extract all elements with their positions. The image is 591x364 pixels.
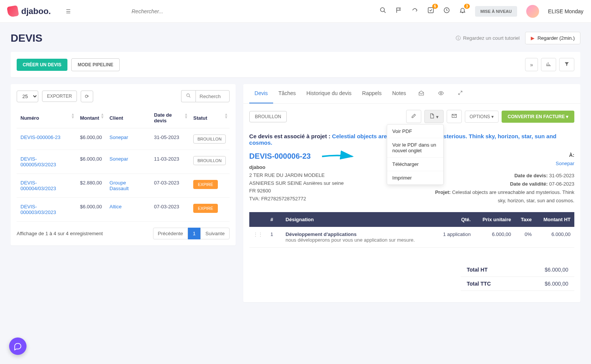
upgrade-button[interactable]: MISE À NIVEAU [475, 6, 517, 17]
expand-icon[interactable] [451, 84, 470, 103]
menu-toggle-icon[interactable]: ☰ [66, 8, 71, 14]
table-row[interactable]: DEVIS-000006-23 $6.000,00 Sonepar 31-05-… [17, 128, 230, 150]
col-num[interactable]: Numéro▲▼ [17, 108, 76, 128]
dropdown-download[interactable]: Télécharger [387, 158, 443, 171]
dropdown-view-pdf[interactable]: Voir PDF [387, 125, 443, 138]
topbar: djaboo. ☰ 6 3 MISE À NIVEAU ELISE Monday [0, 0, 591, 23]
svg-point-6 [440, 92, 442, 94]
quote-link[interactable]: DEVIS-000006-23 [20, 134, 61, 140]
prev-page-button[interactable]: Précédente [153, 228, 188, 239]
export-button[interactable]: EXPORTER [42, 91, 77, 102]
draft-chip: BROUILLON [249, 111, 287, 122]
avatar[interactable] [526, 5, 539, 18]
client-link[interactable]: Groupe Dassault [109, 180, 129, 191]
filter-icon[interactable] [559, 58, 574, 71]
pdf-dropdown: Voir PDF Voir le PDF dans un nouvel ongl… [387, 124, 444, 185]
tab-rappels[interactable]: Rappels [357, 84, 387, 103]
list-search-input[interactable] [195, 90, 230, 102]
logo-text: djaboo [21, 6, 48, 16]
item-desc: nous développerons pour vous une applica… [286, 237, 415, 243]
top-icons: 6 3 MISE À NIVEAU ELISE Monday [380, 5, 583, 18]
username: ELISE Monday [548, 8, 583, 14]
line-item-row[interactable]: ⋮⋮ 1 Développement d'applications nous d… [249, 227, 574, 248]
detail-tabs: Devis Tâches Historique du devis Rappels… [243, 84, 580, 104]
tasks-badge: 6 [432, 4, 438, 9]
totals-block: Total HT$6.000,00 Total TTC$6.000,00 [461, 263, 574, 291]
page-title: DEVIS [11, 32, 42, 44]
quote-list-panel: 25 EXPORTER ⟳ Numéro▲▼ Montant▲▼ Client … [11, 84, 236, 245]
table-row[interactable]: DEVIS-000003/03/2023 $6.000,00 Altice 07… [17, 198, 230, 222]
page-1-button[interactable]: 1 [188, 228, 200, 239]
dropdown-view-newtab[interactable]: Voir le PDF dans un nouvel onglet [387, 138, 443, 158]
page-size-select[interactable]: 25 [17, 91, 38, 102]
svg-line-1 [384, 11, 386, 13]
logo[interactable]: djaboo. [8, 6, 51, 17]
page-header: DEVIS ⓘ Regardez un court tutoriel ▶Rega… [11, 32, 580, 44]
envelope-open-icon[interactable] [411, 84, 431, 103]
client-link[interactable]: Sonepar [556, 161, 574, 166]
actions-bar: CRÉER UN DEVIS MODE PIPELINE » [11, 52, 580, 77]
flag-icon[interactable] [396, 7, 402, 16]
collapse-icon[interactable]: » [525, 58, 538, 71]
tab-historique[interactable]: Historique du devis [301, 84, 357, 103]
pdf-dropdown-button[interactable]: ▾ [424, 110, 444, 123]
svg-point-0 [380, 8, 385, 12]
col-status[interactable]: Statut▲▼ [189, 108, 230, 128]
share-icon[interactable] [411, 7, 418, 16]
quote-link[interactable]: DEVIS-000004/03/2023 [20, 180, 56, 191]
line-items-table: # Désignation Qté. Prix unitaire Taxe Mo… [249, 212, 574, 248]
notif-badge: 3 [464, 4, 470, 9]
quote-meta: À: Sonepar Date de devis: 31-05-2023 Dat… [430, 151, 574, 205]
status-badge: EXPIRÉ [193, 180, 217, 189]
list-search-icon[interactable] [181, 90, 195, 102]
tasks-icon[interactable]: 6 [427, 7, 434, 16]
col-amount[interactable]: Montant▲▼ [76, 108, 106, 128]
status-badge: BROUILLON [193, 134, 226, 144]
play-icon: ▶ [531, 35, 535, 41]
bell-icon[interactable]: 3 [459, 7, 466, 16]
drag-handle-icon[interactable]: ⋮⋮ [253, 231, 263, 237]
eye-icon[interactable] [431, 84, 451, 103]
pagination: Précédente 1 Suivante [153, 228, 230, 239]
tab-notes[interactable]: Notes [387, 84, 411, 103]
global-search [131, 8, 283, 14]
quote-link[interactable]: DEVIS-000005/03/2023 [20, 156, 56, 167]
status-badge: EXPIRÉ [193, 204, 217, 213]
options-button[interactable]: OPTIONS ▾ [465, 111, 499, 123]
watch-button[interactable]: ▶Regarder (2min.) [525, 32, 580, 44]
svg-rect-2 [428, 8, 433, 13]
pipeline-mode-button[interactable]: MODE PIPELINE [71, 58, 120, 71]
quote-table: Numéro▲▼ Montant▲▼ Client Date de devis▲… [17, 108, 230, 222]
create-quote-button[interactable]: CRÉER UN DEVIS [17, 59, 67, 71]
status-badge: BROUILLON [193, 156, 226, 165]
mail-icon[interactable] [447, 110, 462, 123]
table-row[interactable]: DEVIS-000005/03/2023 $6.000,00 Sonepar 1… [17, 150, 230, 174]
dropdown-print[interactable]: Imprimer [387, 171, 443, 184]
search-icon[interactable] [380, 7, 386, 16]
client-link[interactable]: Altice [109, 204, 122, 209]
logo-icon [7, 5, 19, 17]
refresh-icon[interactable]: ⟳ [81, 91, 93, 102]
item-title: Développement d'applications [286, 231, 356, 237]
tutorial-link[interactable]: ⓘ Regardez un court tutoriel [456, 35, 520, 42]
quote-link[interactable]: DEVIS-000003/03/2023 [20, 204, 56, 215]
tab-devis[interactable]: Devis [249, 84, 273, 103]
table-footer-text: Affichage de 1 à 4 sur 4 enregistrement [17, 231, 103, 236]
chart-icon[interactable] [541, 58, 556, 71]
svg-line-5 [189, 96, 190, 97]
edit-icon[interactable] [406, 110, 421, 123]
svg-point-4 [186, 94, 189, 97]
convert-invoice-button[interactable]: CONVERTIR EN FACTURE ▾ [502, 111, 574, 123]
table-row[interactable]: DEVIS-000004/03/2023 $2.880,00 Groupe Da… [17, 174, 230, 198]
client-link[interactable]: Sonepar [109, 134, 128, 140]
clock-icon[interactable] [443, 7, 450, 16]
search-input[interactable] [131, 8, 283, 14]
client-link[interactable]: Sonepar [109, 156, 128, 162]
quote-detail-panel: Devis Tâches Historique du devis Rappels… [243, 84, 580, 302]
col-client[interactable]: Client [106, 108, 150, 128]
next-page-button[interactable]: Suivante [200, 228, 230, 239]
col-date[interactable]: Date de devis▲▼ [150, 108, 190, 128]
tab-taches[interactable]: Tâches [273, 84, 301, 103]
